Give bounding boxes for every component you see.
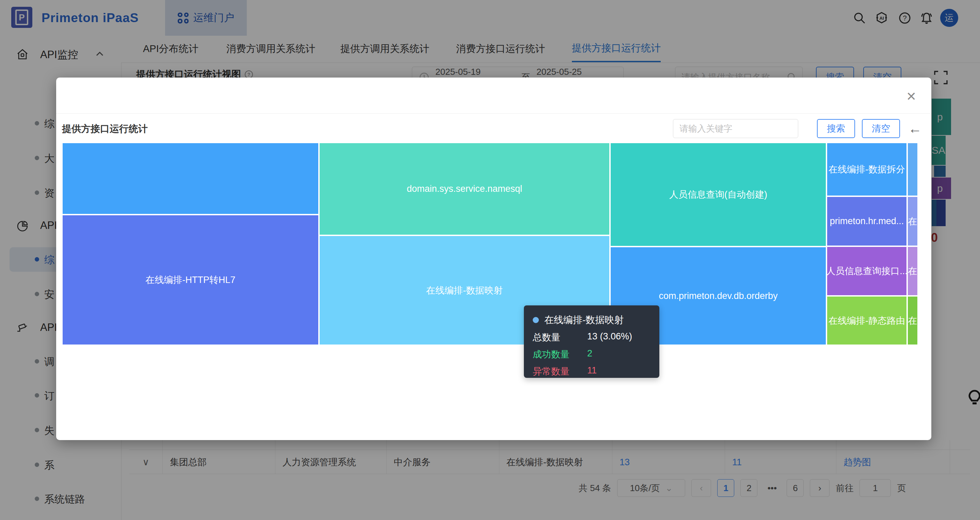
- treemap-block-clipped[interactable]: 在: [907, 196, 918, 246]
- app-root: P Primeton iPaaS 运维门户 AI ?: [0, 0, 980, 520]
- treemap-block-hr-med[interactable]: primeton.hr.med...: [826, 196, 907, 246]
- tooltip-row-success: 成功数量 2: [533, 348, 651, 360]
- tooltip-row-error: 异常数量 11: [533, 365, 651, 377]
- modal-close-icon[interactable]: ✕: [904, 90, 918, 103]
- tooltip-title: 在线编排-数据映射: [544, 314, 624, 327]
- treemap-block-clipped[interactable]: 在: [907, 296, 918, 345]
- treemap-block-namesql[interactable]: domain.sys.service.namesql: [319, 143, 610, 235]
- tooltip-series-dot: [533, 317, 539, 323]
- treemap-block-clipped[interactable]: [907, 143, 918, 196]
- treemap-block[interactable]: [62, 143, 319, 215]
- treemap-block-data-split[interactable]: 在线编排-数据拆分: [826, 143, 907, 196]
- modal-divider: [56, 113, 931, 114]
- provider-api-stats-modal: ✕ 提供方接口运行统计 搜索 清空 ← 在线编排-HTTP转HL7 domain…: [56, 78, 931, 440]
- treemap-block-static-route[interactable]: 在线编排-静态路由: [826, 296, 907, 345]
- treemap-tooltip: 在线编排-数据映射 总数量 13 (3.06%) 成功数量 2 异常数量 11: [524, 305, 659, 378]
- treemap-block-http-hl7[interactable]: 在线编排-HTTP转HL7: [62, 215, 319, 345]
- modal-keyword-search[interactable]: [673, 119, 798, 138]
- modal-title: 提供方接口运行统计: [62, 122, 148, 135]
- modal-clear-button[interactable]: 清空: [862, 119, 900, 138]
- treemap-block-person-query-auto[interactable]: 人员信息查询(自动创建): [610, 143, 826, 247]
- modal-search-button[interactable]: 搜索: [817, 119, 855, 138]
- treemap-block-clipped[interactable]: 在: [907, 246, 918, 296]
- modal-back-arrow-icon[interactable]: ←: [907, 119, 923, 138]
- treemap-block-person-query-api[interactable]: 人员信息查询接口...: [826, 246, 907, 296]
- tooltip-row-total: 总数量 13 (3.06%): [533, 331, 651, 344]
- modal-keyword-input[interactable]: [679, 123, 792, 134]
- provider-api-treemap: 在线编排-HTTP转HL7 domain.sys.service.namesql…: [62, 143, 918, 345]
